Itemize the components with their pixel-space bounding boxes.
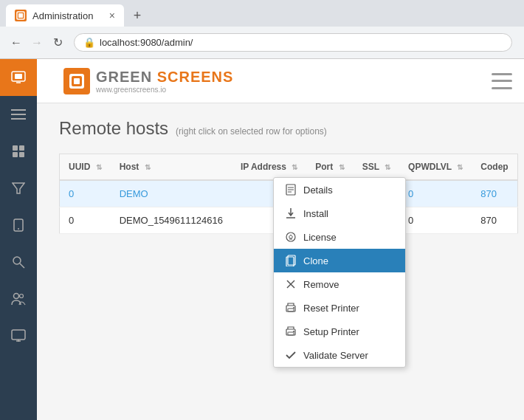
sort-icon-ip: ⇅ bbox=[292, 163, 297, 171]
context-menu-item-setup-printer[interactable]: Setup Printer bbox=[274, 320, 405, 343]
brand-text: GREEN SCREENS www.greenscreens.io bbox=[96, 69, 233, 94]
context-menu-item-validate-server[interactable]: Validate Server bbox=[274, 343, 405, 367]
list-icon bbox=[10, 106, 27, 123]
context-menu-item-license[interactable]: License bbox=[274, 225, 405, 249]
sidebar-item-monitor[interactable] bbox=[0, 59, 37, 96]
sort-icon-ssl: ⇅ bbox=[385, 163, 390, 171]
sort-icon-qpwdlvl: ⇅ bbox=[457, 163, 463, 171]
brand: GREEN SCREENS www.greenscreens.io bbox=[63, 68, 233, 94]
context-menu-item-details[interactable]: Details bbox=[274, 178, 405, 202]
hamburger-line-2 bbox=[492, 80, 512, 82]
svg-marker-12 bbox=[13, 183, 24, 193]
tab-close-button[interactable]: × bbox=[109, 10, 115, 21]
cell-qpwdlvl: 0 bbox=[399, 180, 472, 207]
col-codep: Codep bbox=[472, 154, 517, 181]
brand-name: GREEN SCREENS bbox=[96, 69, 233, 86]
col-qpwdlvl: QPWDLVL ⇅ bbox=[399, 154, 472, 181]
cell-host[interactable]: DEMO bbox=[111, 180, 232, 207]
page-header: Remote hosts (right click on selected ro… bbox=[59, 118, 502, 139]
sidebar-item-puzzle[interactable] bbox=[0, 133, 37, 170]
filter-icon bbox=[10, 180, 27, 196]
sidebar-item-phone[interactable] bbox=[0, 207, 37, 244]
cell-codep: 870 bbox=[472, 207, 517, 234]
search-icon bbox=[10, 254, 27, 270]
remove-label: Remove bbox=[303, 279, 339, 290]
main-content: GREEN SCREENS www.greenscreens.io Remote… bbox=[37, 59, 524, 420]
col-host: Host ⇅ bbox=[111, 154, 232, 181]
sidebar bbox=[0, 59, 37, 420]
svg-rect-41 bbox=[288, 332, 294, 335]
setup-printer-icon bbox=[284, 325, 297, 338]
install-icon bbox=[284, 207, 297, 220]
forward-button[interactable]: → bbox=[27, 32, 47, 53]
phone-icon bbox=[10, 217, 27, 233]
install-label: Install bbox=[303, 208, 328, 219]
svg-rect-38 bbox=[288, 309, 294, 311]
cell-host: DEMO_1549611124616 bbox=[111, 207, 232, 234]
svg-point-17 bbox=[14, 294, 19, 299]
browser-chrome: Administration × + ← → ↻ 🔒 localhost:908… bbox=[0, 0, 524, 59]
sort-icon-host: ⇅ bbox=[145, 163, 151, 171]
sort-icon-uuid: ⇅ bbox=[96, 163, 102, 171]
sidebar-item-users[interactable] bbox=[0, 280, 37, 317]
back-button[interactable]: ← bbox=[6, 32, 27, 53]
cell-uuid: 0 bbox=[60, 180, 111, 207]
sidebar-item-list[interactable] bbox=[0, 96, 37, 133]
details-label: Details bbox=[303, 185, 333, 196]
context-menu-item-install[interactable]: Install bbox=[274, 202, 405, 225]
svg-rect-11 bbox=[19, 152, 24, 157]
license-icon bbox=[284, 230, 297, 244]
hamburger-line-3 bbox=[492, 87, 512, 89]
brand-green: GREEN bbox=[96, 69, 152, 85]
svg-point-14 bbox=[18, 228, 19, 230]
table-header-row: UUID ⇅ Host ⇅ IP Address ⇅ Port ⇅ SSL ⇅ … bbox=[60, 154, 518, 181]
tab-favicon bbox=[15, 10, 27, 21]
brand-subtitle: www.greenscreens.io bbox=[96, 86, 233, 94]
svg-point-15 bbox=[13, 257, 21, 264]
page-title: Remote hosts bbox=[59, 118, 168, 139]
col-ssl: SSL ⇅ bbox=[354, 154, 399, 181]
sort-icon-port: ⇅ bbox=[339, 163, 345, 171]
svg-rect-19 bbox=[12, 330, 25, 340]
page-hint: (right click on selected row for options… bbox=[176, 126, 327, 137]
clone-icon bbox=[284, 254, 297, 267]
svg-point-30 bbox=[286, 233, 295, 241]
app-container: GREEN SCREENS www.greenscreens.io Remote… bbox=[0, 59, 524, 420]
svg-rect-9 bbox=[19, 145, 24, 151]
context-menu-item-remove[interactable]: Remove bbox=[274, 272, 405, 296]
active-tab: Administration × bbox=[6, 4, 124, 27]
sidebar-item-search[interactable] bbox=[0, 244, 37, 280]
reset-printer-icon bbox=[284, 301, 297, 314]
svg-rect-3 bbox=[15, 74, 22, 79]
svg-rect-24 bbox=[74, 78, 80, 84]
context-menu-item-reset-printer[interactable]: Reset Printer bbox=[274, 296, 405, 320]
screen-icon bbox=[10, 328, 27, 344]
cell-uuid: 0 bbox=[60, 207, 111, 234]
svg-rect-8 bbox=[13, 145, 18, 151]
clone-label: Clone bbox=[303, 255, 328, 266]
brand-screens: SCREENS bbox=[157, 69, 234, 85]
top-bar: GREEN SCREENS www.greenscreens.io bbox=[37, 59, 524, 103]
brand-icon bbox=[63, 68, 90, 94]
svg-point-39 bbox=[293, 307, 294, 309]
details-icon bbox=[284, 183, 297, 196]
reload-button[interactable]: ↻ bbox=[47, 32, 68, 53]
sidebar-item-screen[interactable] bbox=[0, 317, 37, 354]
cell-codep: 870 bbox=[472, 180, 517, 207]
nav-bar: ← → ↻ 🔒 localhost:9080/admin/ bbox=[0, 27, 524, 59]
sidebar-item-filter[interactable] bbox=[0, 170, 37, 207]
svg-rect-10 bbox=[13, 152, 18, 157]
lock-icon: 🔒 bbox=[83, 37, 95, 48]
remove-icon bbox=[284, 278, 297, 291]
validate-server-label: Validate Server bbox=[303, 350, 368, 361]
svg-point-18 bbox=[20, 295, 24, 298]
hamburger-line-1 bbox=[492, 73, 512, 75]
context-menu-item-clone[interactable]: Clone bbox=[274, 249, 405, 272]
setup-printer-label: Setup Printer bbox=[303, 326, 359, 337]
new-tab-button[interactable]: + bbox=[128, 7, 146, 24]
hamburger-menu[interactable] bbox=[492, 73, 512, 89]
address-text[interactable]: localhost:9080/admin/ bbox=[100, 37, 193, 48]
monitor-icon bbox=[10, 69, 27, 86]
svg-rect-1 bbox=[18, 13, 23, 18]
col-ip: IP Address ⇅ bbox=[232, 154, 306, 181]
